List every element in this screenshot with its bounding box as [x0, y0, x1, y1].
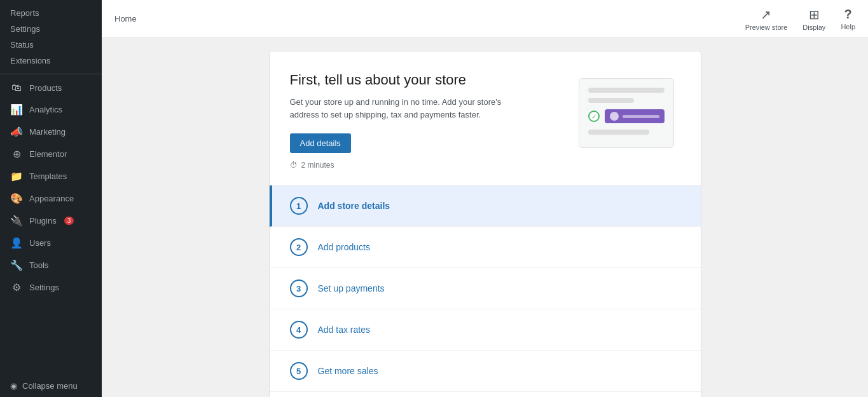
step-2-label: Add products	[318, 242, 371, 252]
illus-check-row: ✓	[588, 109, 665, 123]
sidebar-item-products[interactable]: 🛍 Products	[0, 77, 102, 98]
clock-icon: ⏱	[290, 161, 298, 170]
setup-card: First, tell us about your store Get your…	[269, 51, 701, 397]
tools-icon: 🔧	[10, 259, 23, 271]
step-4-number: 4	[290, 321, 308, 339]
topbar-actions: ↗ Preview store ⊞ Display ? Help	[745, 7, 855, 31]
analytics-icon: 📊	[10, 104, 23, 116]
sidebar-divider	[0, 74, 102, 74]
sidebar-link-settings[interactable]: Settings	[0, 21, 102, 37]
plugins-icon: 🔌	[10, 215, 23, 227]
products-icon: 🛍	[10, 82, 23, 93]
sidebar-item-label: Settings	[29, 283, 59, 292]
display-icon: ⊞	[809, 7, 820, 22]
sidebar-item-label: Plugins	[29, 216, 57, 225]
sidebar-item-templates[interactable]: 📁 Templates	[0, 165, 102, 187]
collapse-menu-button[interactable]: ◉ Collapse menu	[0, 375, 102, 397]
add-details-button[interactable]: Add details	[290, 133, 351, 153]
collapse-icon: ◉	[10, 381, 17, 391]
elementor-icon: ⊕	[10, 148, 23, 160]
step-5-label: Get more sales	[318, 366, 378, 376]
users-icon: 👤	[10, 237, 23, 249]
hero-title: First, tell us about your store	[290, 72, 557, 88]
step-3-number: 3	[290, 279, 308, 297]
hero-text: First, tell us about your store Get your…	[290, 72, 557, 170]
step-3-label: Set up payments	[318, 283, 385, 293]
step-4[interactable]: 4 Add tax rates	[270, 309, 701, 351]
step-6[interactable]: 6 Personalize your store	[270, 392, 701, 397]
preview-store-label: Preview store	[745, 24, 788, 31]
sidebar-item-label: Appearance	[29, 194, 74, 203]
sidebar-item-label: Marketing	[29, 127, 65, 137]
templates-icon: 📁	[10, 170, 23, 182]
sidebar-link-extensions[interactable]: Extensions	[0, 53, 102, 69]
step-2-number: 2	[290, 238, 308, 256]
sidebar-item-label: Products	[29, 83, 62, 93]
help-button[interactable]: ? Help	[841, 7, 855, 30]
sidebar-item-label: Analytics	[29, 105, 62, 114]
display-label: Display	[803, 24, 825, 31]
settings-icon: ⚙	[10, 281, 23, 293]
topbar: Home ↗ Preview store ⊞ Display ? Help	[102, 0, 868, 38]
help-label: Help	[841, 23, 855, 30]
sidebar-item-label: Elementor	[29, 149, 67, 159]
preview-store-button[interactable]: ↗ Preview store	[745, 7, 788, 31]
appearance-icon: 🎨	[10, 192, 23, 205]
time-estimate-text: 2 minutes	[301, 161, 334, 170]
collapse-label: Collapse menu	[22, 381, 78, 391]
illus-avatar-dot	[610, 112, 619, 121]
sidebar-item-settings[interactable]: ⚙ Settings	[0, 276, 102, 299]
breadcrumb: Home	[114, 14, 137, 24]
illus-purple-bar	[605, 109, 665, 123]
illus-bottom-line	[588, 130, 649, 135]
illus-checkmark: ✓	[588, 111, 600, 122]
hero-section: First, tell us about your store Get your…	[270, 51, 701, 185]
step-4-label: Add tax rates	[318, 325, 371, 335]
step-2[interactable]: 2 Add products	[270, 227, 701, 268]
hero-description: Get your store up and running in no time…	[290, 96, 532, 121]
display-button[interactable]: ⊞ Display	[803, 7, 825, 31]
sidebar-item-label: Tools	[29, 260, 48, 270]
sidebar-top-links: Reports Settings Status Extensions	[0, 0, 102, 71]
sidebar-item-label: Templates	[29, 172, 67, 181]
step-1-number: 1	[290, 197, 308, 215]
preview-store-icon: ↗	[761, 7, 771, 22]
hero-title-plain: First,	[290, 72, 325, 88]
help-icon: ?	[844, 7, 852, 22]
step-1-label: Add store details	[318, 201, 390, 211]
sidebar: Reports Settings Status Extensions 🛍 Pro…	[0, 0, 102, 397]
main-area: Home ↗ Preview store ⊞ Display ? Help F	[102, 0, 868, 397]
marketing-icon: 📣	[10, 126, 23, 138]
sidebar-item-elementor[interactable]: ⊕ Elementor	[0, 143, 102, 165]
sidebar-link-reports[interactable]: Reports	[0, 5, 102, 21]
content-area: First, tell us about your store Get your…	[102, 38, 868, 397]
sidebar-item-plugins[interactable]: 🔌 Plugins 3	[0, 210, 102, 232]
sidebar-item-users[interactable]: 👤 Users	[0, 232, 102, 254]
sidebar-nav: 🛍 Products 📊 Analytics 📣 Marketing ⊕ Ele…	[0, 77, 102, 375]
step-3[interactable]: 3 Set up payments	[270, 268, 701, 309]
illus-line-2	[588, 98, 634, 103]
sidebar-item-tools[interactable]: 🔧 Tools	[0, 254, 102, 276]
illus-line-1	[588, 88, 665, 93]
hero-illustration: ✓	[572, 72, 680, 154]
step-5[interactable]: 5 Get more sales	[270, 351, 701, 392]
plugins-badge: 3	[64, 217, 74, 225]
sidebar-item-appearance[interactable]: 🎨 Appearance	[0, 187, 102, 210]
sidebar-link-status[interactable]: Status	[0, 37, 102, 53]
illustration-card: ✓	[579, 78, 674, 148]
time-estimate: ⏱ 2 minutes	[290, 161, 557, 170]
illus-purple-line	[623, 115, 659, 118]
step-5-number: 5	[290, 362, 308, 380]
hero-title-bold: tell us about your store	[325, 72, 467, 88]
sidebar-item-label: Users	[29, 238, 51, 248]
step-1[interactable]: 1 Add store details	[270, 185, 701, 227]
sidebar-item-marketing[interactable]: 📣 Marketing	[0, 121, 102, 143]
sidebar-item-analytics[interactable]: 📊 Analytics	[0, 98, 102, 121]
